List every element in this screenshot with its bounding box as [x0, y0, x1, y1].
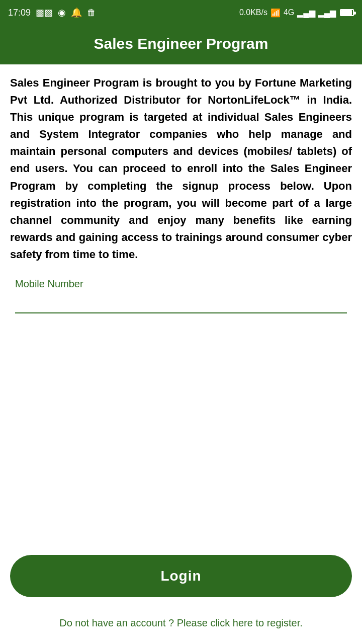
mobile-field-label: Mobile Number	[15, 278, 347, 290]
notification-icon: 🔔	[71, 7, 82, 18]
register-link[interactable]: Do not have an account ? Please click he…	[59, 617, 303, 628]
battery-icon	[340, 9, 354, 16]
network-type: 4G	[284, 8, 294, 17]
status-time: 17:09	[8, 8, 31, 18]
page-title: Sales Engineer Program	[94, 35, 268, 52]
main-content: Sales Engineer Program is brought to you…	[0, 64, 362, 535]
register-link-container: Do not have an account ? Please click he…	[0, 607, 362, 644]
network-speed: 0.0KB/s	[239, 8, 267, 17]
status-bar: 17:09 ▩▩ ◉ 🔔 🗑 0.0KB/s 📶 4G ▂▄▆ ▂▄▆	[0, 0, 362, 25]
status-bar-right: 0.0KB/s 📶 4G ▂▄▆ ▂▄▆	[239, 8, 354, 18]
page-header: Sales Engineer Program	[0, 25, 362, 64]
login-button-container: Login	[0, 535, 362, 607]
login-button[interactable]: Login	[10, 555, 352, 597]
mobile-field-container: Mobile Number	[15, 278, 347, 313]
signal-icon-2: ▂▄▆	[318, 8, 336, 18]
sim-icon: 📶	[270, 8, 281, 18]
location-icon: ◉	[58, 7, 66, 18]
message-icon: ▩▩	[36, 7, 53, 18]
trash-icon: 🗑	[87, 8, 96, 18]
signal-icon: ▂▄▆	[297, 8, 315, 18]
description-text: Sales Engineer Program is brought to you…	[10, 74, 352, 263]
mobile-number-input[interactable]	[15, 293, 347, 313]
status-bar-left: 17:09 ▩▩ ◉ 🔔 🗑	[8, 7, 96, 18]
